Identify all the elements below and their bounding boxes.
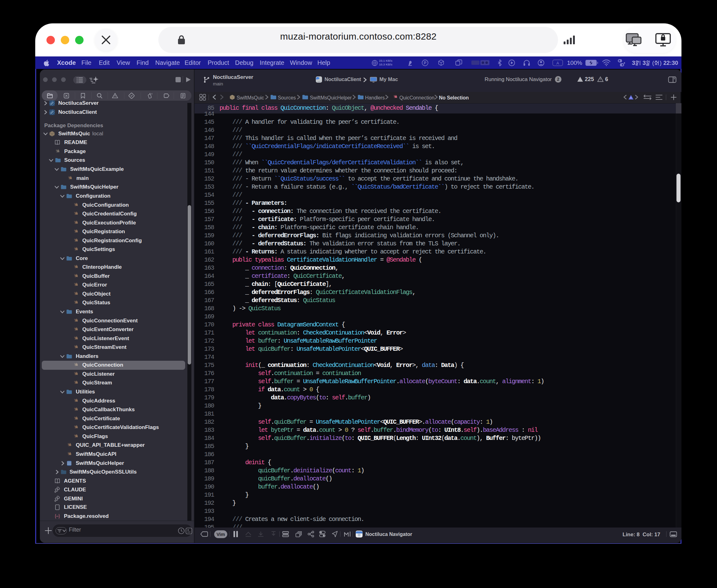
svg-text:A: A	[556, 61, 559, 65]
svg-text:P: P	[424, 61, 426, 65]
